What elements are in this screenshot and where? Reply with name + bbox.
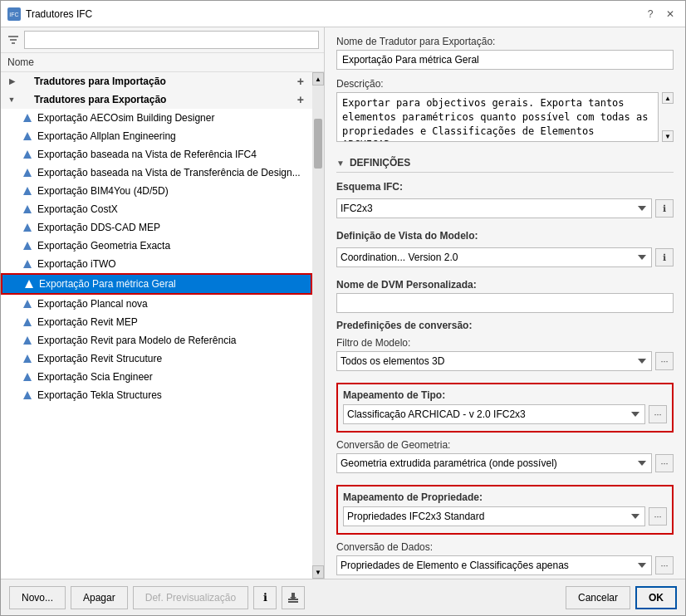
category-importers[interactable]: ▶ Tradutores para Importação + xyxy=(1,72,312,90)
translator-name-input[interactable] xyxy=(336,50,674,70)
list-item[interactable]: Exportação baseada na Vista de Referênci… xyxy=(1,145,312,164)
description-textarea[interactable]: Exportar para objectivos gerais. Exporta… xyxy=(336,92,659,142)
type-mapping-dots-btn[interactable]: ··· xyxy=(649,405,667,423)
model-view-dropdown-row: Coordination... Version 2.0 Reference Vi… xyxy=(336,247,674,267)
exporter-icon-1 xyxy=(21,130,34,143)
list-item-selected[interactable]: Exportação Para métrica Geral xyxy=(1,273,312,295)
help-button[interactable]: ? xyxy=(642,6,659,22)
exporter-icon-15 xyxy=(21,389,34,402)
exporter-item-2: Exportação baseada na Vista de Referênci… xyxy=(37,149,307,160)
scroll-down-btn[interactable]: ▼ xyxy=(312,565,324,579)
svg-marker-15 xyxy=(23,300,32,308)
info-bottom-btn[interactable]: ℹ xyxy=(253,586,277,609)
list-item[interactable]: Exportação Revit Strucuture xyxy=(1,350,312,368)
list-item[interactable]: Exportação Geometria Exacta xyxy=(1,237,312,255)
add-exporter-btn[interactable]: + xyxy=(294,93,307,106)
cancel-button[interactable]: Cancelar xyxy=(566,586,630,609)
svg-marker-8 xyxy=(23,169,32,177)
list-item[interactable]: Exportação CostX xyxy=(1,200,312,218)
bottom-bar-left-btns: Novo... Apagar Def. Previsualização ℹ xyxy=(9,586,305,609)
list-item[interactable]: Exportação Tekla Structures xyxy=(1,386,312,404)
exporter-item-8: Exportação iTWO xyxy=(37,258,307,270)
property-mapping-select[interactable]: Propriedades IFC2x3 Standard xyxy=(343,506,645,526)
model-view-info-btn[interactable]: ℹ xyxy=(655,248,674,266)
geometry-conversion-dropdown-row: Geometria extrudida paramétrica (onde po… xyxy=(336,453,674,473)
model-filter-dropdown-row: Todos os elementos 3D ··· xyxy=(336,351,674,371)
list-item[interactable]: Exportação BIM4You (4D/5D) xyxy=(1,182,312,200)
export-bottom-btn[interactable] xyxy=(282,586,305,609)
custom-dvm-label: Nome de DVM Personalizada: xyxy=(336,279,674,291)
expand-icon-importers: ▶ xyxy=(6,76,17,87)
desc-scroll-up[interactable]: ▲ xyxy=(662,92,674,104)
type-mapping-select[interactable]: Classificação ARCHICAD - v 2.0 IFC2x3 xyxy=(343,404,645,424)
filter-icon[interactable] xyxy=(6,32,21,47)
translator-name-group: Nome de Tradutor para Exportação: xyxy=(336,36,674,70)
schema-select[interactable]: IFC2x3 IFC4 IFC4x3 xyxy=(336,198,652,218)
svg-marker-13 xyxy=(23,260,32,268)
description-label: Descrição: xyxy=(336,78,674,90)
list-item[interactable]: Exportação baseada na Vista de Transferê… xyxy=(1,164,312,182)
definitions-expand-icon[interactable]: ▼ xyxy=(336,159,345,168)
model-filter-select[interactable]: Todos os elementos 3D xyxy=(336,351,652,371)
custom-dvm-input[interactable] xyxy=(336,293,674,313)
title-bar-controls: ? ✕ xyxy=(642,6,679,22)
list-item[interactable]: Exportação Allplan Engineering xyxy=(1,127,312,145)
delete-button[interactable]: Apagar xyxy=(71,586,128,609)
exporter-item-0: Exportação AECOsim Building Designer xyxy=(37,112,307,124)
property-mapping-dots-btn[interactable]: ··· xyxy=(649,507,667,526)
svg-marker-19 xyxy=(23,373,32,381)
model-filter-label: Filtro de Modelo: xyxy=(336,337,674,349)
exporter-icon-0 xyxy=(21,111,34,125)
new-button[interactable]: Novo... xyxy=(9,586,66,609)
title-bar-left: IFC Tradutores IFC xyxy=(7,7,92,21)
desc-scroll-down[interactable]: ▼ xyxy=(662,130,674,142)
exporter-icon-7 xyxy=(21,239,34,252)
svg-rect-22 xyxy=(288,601,298,603)
exporter-item-3: Exportação baseada na Vista de Transferê… xyxy=(37,167,307,178)
data-conversion-dots-btn[interactable]: ··· xyxy=(655,556,674,574)
scroll-up-btn[interactable]: ▲ xyxy=(312,72,324,86)
model-filter-dots-btn[interactable]: ··· xyxy=(655,352,674,370)
exporter-icon-2 xyxy=(21,148,34,161)
list-item[interactable]: Exportação Revit MEP xyxy=(1,313,312,331)
exporter-item-1: Exportação Allplan Engineering xyxy=(37,130,307,142)
type-mapping-label: Mapeamento de Tipo: xyxy=(343,389,667,401)
exporter-item-12: Exportação Revit para Modelo de Referênc… xyxy=(37,335,307,346)
exporter-icon-5 xyxy=(21,203,34,216)
exporter-item-13: Exportação Revit Strucuture xyxy=(37,353,307,364)
exporter-item-11: Exportação Revit MEP xyxy=(37,316,307,328)
close-button[interactable]: ✕ xyxy=(662,6,679,22)
dialog-title: Tradutores IFC xyxy=(26,8,92,20)
category-exporters[interactable]: ▼ Tradutores para Exportação + xyxy=(1,90,312,109)
svg-marker-12 xyxy=(23,242,32,250)
data-conversion-select[interactable]: Propriedades de Elemento e Classificaçõe… xyxy=(336,555,652,575)
schema-info-btn[interactable]: ℹ xyxy=(655,199,674,218)
scroll-thumb[interactable] xyxy=(314,119,322,169)
geometry-conversion-dots-btn[interactable]: ··· xyxy=(655,454,674,472)
list-item[interactable]: Exportação iTWO xyxy=(1,255,312,273)
importers-label: Tradutores para Importação xyxy=(34,76,294,87)
search-input[interactable] xyxy=(24,31,319,49)
svg-marker-5 xyxy=(23,114,32,122)
column-header-name: Nome xyxy=(1,53,324,72)
category-icon-exporters xyxy=(17,93,31,106)
exporter-icon-11 xyxy=(21,315,34,329)
exporters-label: Tradutores para Exportação xyxy=(34,94,294,105)
list-item[interactable]: Exportação DDS-CAD MEP xyxy=(1,218,312,237)
definitions-section-title: DEFINIÇÕES xyxy=(350,157,410,169)
scrollbar[interactable]: ▲ ▼ xyxy=(312,72,324,579)
exporter-icon-14 xyxy=(21,370,34,384)
list-item[interactable]: Exportação Revit para Modelo de Referênc… xyxy=(1,331,312,350)
exporter-item-10: Exportação Plancal nova xyxy=(37,298,307,310)
list-item[interactable]: Exportação Scia Engineer xyxy=(1,368,312,386)
add-importer-btn[interactable]: + xyxy=(294,75,307,88)
preview-button[interactable]: Def. Previsualização xyxy=(133,586,248,609)
list-item[interactable]: Exportação AECOsim Building Designer xyxy=(1,109,312,127)
exporter-icon-4 xyxy=(21,184,34,198)
list-item[interactable]: Exportação Plancal nova xyxy=(1,295,312,313)
exporter-icon-13 xyxy=(21,352,34,365)
ok-button[interactable]: OK xyxy=(635,586,677,609)
model-view-select[interactable]: Coordination... Version 2.0 Reference Vi… xyxy=(336,247,652,267)
exporter-item-9: Exportação Para métrica Geral xyxy=(39,278,306,290)
geometry-conversion-select[interactable]: Geometria extrudida paramétrica (onde po… xyxy=(336,453,652,473)
